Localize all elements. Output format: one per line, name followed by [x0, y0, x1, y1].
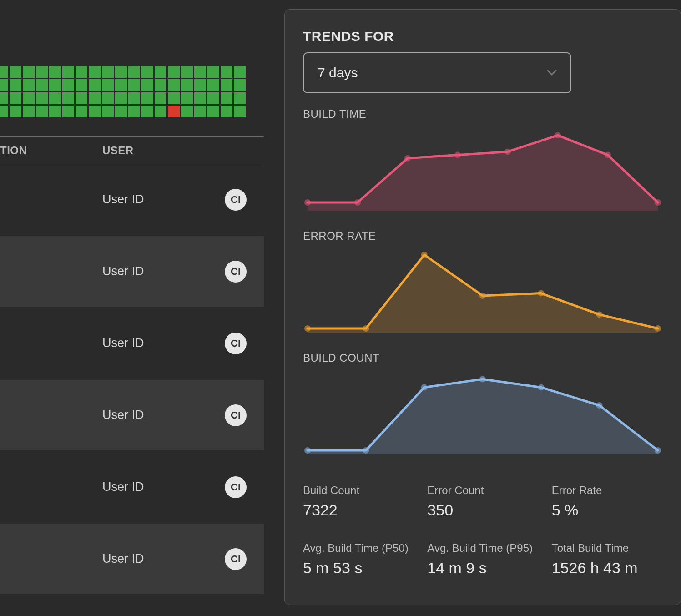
build-cell-ok[interactable]	[128, 106, 140, 117]
build-cell-ok[interactable]	[0, 92, 8, 104]
build-cell-ok[interactable]	[23, 66, 35, 78]
cell-duration: s	[0, 408, 102, 422]
build-cell-ok[interactable]	[62, 66, 74, 78]
build-cell-ok[interactable]	[23, 106, 35, 117]
build-cell-ok[interactable]	[115, 106, 127, 117]
build-cell-ok[interactable]	[221, 66, 232, 78]
build-cell-ok[interactable]	[23, 92, 35, 104]
build-cell-ok[interactable]	[168, 79, 180, 91]
build-cell-ok[interactable]	[221, 106, 232, 117]
build-cell-ok[interactable]	[155, 79, 166, 91]
build-cell-ok[interactable]	[0, 106, 8, 117]
stat-value: 1526 h 43 m	[552, 559, 662, 577]
build-cell-ok[interactable]	[234, 92, 246, 104]
build-cell-ok[interactable]	[168, 92, 180, 104]
build-cell-ok[interactable]	[141, 106, 153, 117]
build-cell-ok[interactable]	[76, 92, 87, 104]
build-cell-ok[interactable]	[207, 92, 219, 104]
build-cell-ok[interactable]	[194, 92, 206, 104]
table-row[interactable]: sUser IDCI	[0, 452, 264, 522]
build-cell-ok[interactable]	[76, 106, 87, 117]
cell-user: User ID	[102, 192, 221, 207]
stat-label: Avg. Build Time (P50)	[303, 542, 414, 555]
build-cell-ok[interactable]	[181, 106, 193, 117]
build-cell-ok[interactable]	[62, 106, 74, 117]
build-cell-ok[interactable]	[168, 66, 180, 78]
build-cell-ok[interactable]	[155, 92, 166, 104]
build-cell-ok[interactable]	[23, 79, 35, 91]
build-cell-fail[interactable]	[168, 106, 180, 117]
build-cell-ok[interactable]	[115, 92, 127, 104]
table-row[interactable]: sUser IDCI	[0, 524, 264, 594]
build-cell-ok[interactable]	[194, 79, 206, 91]
build-cell-ok[interactable]	[115, 66, 127, 78]
build-cell-ok[interactable]	[89, 92, 101, 104]
ci-badge: CI	[225, 476, 247, 498]
trends-range-select[interactable]: 7 days	[303, 52, 571, 93]
table-row[interactable]: sUser IDCI	[0, 236, 264, 307]
build-cell-ok[interactable]	[89, 79, 101, 91]
build-cell-ok[interactable]	[234, 106, 246, 117]
build-cell-ok[interactable]	[115, 79, 127, 91]
build-cell-ok[interactable]	[10, 79, 21, 91]
build-cell-ok[interactable]	[128, 92, 140, 104]
trends-range-value: 7 days	[318, 65, 358, 81]
build-cell-ok[interactable]	[49, 66, 61, 78]
build-cell-ok[interactable]	[62, 79, 74, 91]
stat-label: Build Count	[303, 484, 414, 497]
build-cell-ok[interactable]	[128, 79, 140, 91]
build-cell-ok[interactable]	[181, 79, 193, 91]
build-cell-ok[interactable]	[128, 66, 140, 78]
build-cell-ok[interactable]	[141, 79, 153, 91]
build-cell-ok[interactable]	[207, 79, 219, 91]
ci-badge: CI	[225, 333, 247, 354]
svg-point-6	[605, 152, 611, 158]
svg-point-16	[363, 447, 369, 454]
build-cell-ok[interactable]	[62, 92, 74, 104]
build-cell-ok[interactable]	[194, 66, 206, 78]
build-cell-ok[interactable]	[10, 66, 21, 78]
build-cell-ok[interactable]	[102, 92, 114, 104]
build-cell-ok[interactable]	[234, 79, 246, 91]
stats-grid: Build Count7322Error Count350Error Rate5…	[303, 484, 662, 577]
table-row[interactable]: sUser IDCI	[0, 308, 264, 379]
table-row[interactable]: sUser IDCI	[0, 164, 264, 235]
ci-badge: CI	[225, 404, 247, 426]
svg-point-9	[363, 325, 369, 332]
build-cell-ok[interactable]	[36, 92, 48, 104]
build-cell-ok[interactable]	[207, 66, 219, 78]
build-cell-ok[interactable]	[181, 92, 193, 104]
build-cell-ok[interactable]	[36, 79, 48, 91]
build-cell-ok[interactable]	[49, 92, 61, 104]
build-cell-ok[interactable]	[36, 66, 48, 78]
build-cell-ok[interactable]	[89, 66, 101, 78]
table-row[interactable]: sUser IDCI	[0, 380, 264, 450]
build-cell-ok[interactable]	[76, 79, 87, 91]
build-cell-ok[interactable]	[221, 79, 232, 91]
build-cell-ok[interactable]	[102, 79, 114, 91]
col-header-duration: TION	[0, 144, 102, 157]
build-cell-ok[interactable]	[102, 66, 114, 78]
build-cell-ok[interactable]	[0, 79, 8, 91]
build-cell-ok[interactable]	[181, 66, 193, 78]
build-cell-ok[interactable]	[102, 106, 114, 117]
build-cell-ok[interactable]	[234, 66, 246, 78]
build-cell-ok[interactable]	[36, 106, 48, 117]
build-cell-ok[interactable]	[10, 106, 21, 117]
build-cell-ok[interactable]	[10, 92, 21, 104]
build-cell-ok[interactable]	[141, 66, 153, 78]
build-cell-ok[interactable]	[194, 106, 206, 117]
table-row[interactable]: CI	[0, 596, 264, 616]
build-cell-ok[interactable]	[76, 66, 87, 78]
svg-point-7	[655, 199, 661, 206]
build-cell-ok[interactable]	[49, 79, 61, 91]
build-cell-ok[interactable]	[155, 106, 166, 117]
stat-value: 5 %	[552, 501, 662, 519]
build-cell-ok[interactable]	[0, 66, 8, 78]
build-cell-ok[interactable]	[221, 92, 232, 104]
build-cell-ok[interactable]	[141, 92, 153, 104]
build-cell-ok[interactable]	[155, 66, 166, 78]
build-cell-ok[interactable]	[89, 106, 101, 117]
build-cell-ok[interactable]	[207, 106, 219, 117]
build-cell-ok[interactable]	[49, 106, 61, 117]
